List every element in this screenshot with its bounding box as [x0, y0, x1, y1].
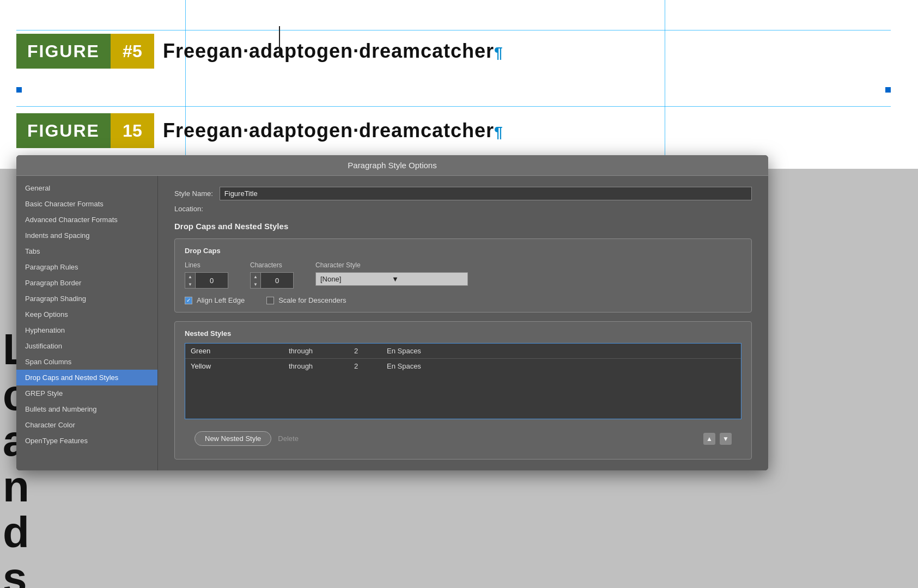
chevron-down-icon: ▼ [392, 275, 463, 283]
sidebar-item-para-rules[interactable]: Paragraph Rules [16, 259, 157, 275]
figure-text-1: Freegan·adaptogen·dreamcatcher¶ [163, 40, 503, 63]
ns-num-0: 2 [354, 347, 387, 355]
canvas-area: FIGURE #5 Freegan·adaptogen·dreamcatcher… [0, 0, 918, 169]
delete-button[interactable]: Delete [278, 434, 299, 443]
drop-caps-title: Drop Caps [185, 247, 741, 255]
sidebar-item-bullets[interactable]: Bullets and Numbering [16, 401, 157, 417]
scale-descenders-checkbox[interactable]: Scale for Descenders [266, 296, 346, 304]
char-style-value: [None] [320, 275, 392, 283]
align-left-edge-label: Align Left Edge [197, 296, 245, 304]
characters-value: 0 [261, 275, 293, 286]
style-name-input[interactable] [220, 187, 752, 200]
figure-label-2: FIGURE 15 [16, 113, 154, 148]
location-label: Location: [174, 205, 203, 213]
char-style-label: Character Style [315, 261, 468, 269]
sidebar-item-basic-char[interactable]: Basic Character Formats [16, 196, 157, 212]
figure-text-2: Freegan·adaptogen·dreamcatcher¶ [163, 119, 503, 142]
sidebar: General Basic Character Formats Advanced… [16, 176, 158, 470]
sidebar-item-char-color[interactable]: Character Color [16, 417, 157, 433]
char-style-dropdown[interactable]: [None] ▼ [315, 272, 468, 286]
sidebar-item-hyphenation[interactable]: Hyphenation [16, 322, 157, 338]
sidebar-item-grep[interactable]: GREP Style [16, 385, 157, 401]
chars-down-arrow[interactable]: ▼ [251, 280, 260, 288]
dialog-title-bar: Paragraph Style Options [16, 155, 768, 176]
figure-number-1: #5 [111, 34, 154, 69]
ns-type-0: En Spaces [387, 347, 735, 355]
dialog-body: General Basic Character Formats Advanced… [16, 176, 768, 470]
ns-row-0[interactable]: Green through 2 En Spaces [185, 344, 741, 359]
lines-field-group: Lines ▲ ▼ 0 [185, 261, 228, 289]
sidebar-item-keep-options[interactable]: Keep Options [16, 307, 157, 322]
guide-line-h2 [16, 106, 891, 107]
section-heading: Drop Caps and Nested Styles [174, 222, 752, 231]
blue-handle-1 [16, 87, 22, 93]
ns-name-1: Yellow [191, 362, 289, 370]
characters-label: Characters [250, 261, 294, 269]
sidebar-item-justification[interactable]: Justification [16, 338, 157, 354]
ns-through-0: through [289, 347, 354, 355]
bottom-bar: New Nested Style Delete ▲ ▼ [185, 426, 741, 451]
chars-spinner-arrows[interactable]: ▲ ▼ [251, 273, 261, 288]
ns-name-0: Green [191, 347, 289, 355]
figure-number-2: 15 [111, 113, 154, 148]
style-name-label: Style Name: [174, 189, 213, 198]
ns-type-1: En Spaces [387, 362, 735, 370]
lines-value: 0 [196, 275, 228, 286]
sidebar-item-advanced-char[interactable]: Advanced Character Formats [16, 212, 157, 228]
drop-caps-fields: Lines ▲ ▼ 0 Characters [185, 261, 741, 289]
sidebar-item-para-shading[interactable]: Paragraph Shading [16, 291, 157, 307]
sidebar-item-span-columns[interactable]: Span Columns [16, 354, 157, 370]
figure-row-1: FIGURE #5 Freegan·adaptogen·dreamcatcher… [16, 34, 503, 69]
align-left-edge-checkbox[interactable]: Align Left Edge [185, 296, 245, 304]
nested-styles-title: Nested Styles [185, 329, 741, 338]
figure-label-1: FIGURE #5 [16, 34, 154, 69]
sort-up-arrow[interactable]: ▲ [703, 433, 715, 445]
guide-line-h1 [16, 30, 891, 30]
drop-caps-box: Drop Caps Lines ▲ ▼ 0 [174, 238, 752, 313]
checkbox-row: Align Left Edge Scale for Descenders [185, 296, 741, 304]
sidebar-item-general[interactable]: General [16, 180, 157, 196]
sidebar-item-para-border[interactable]: Paragraph Border [16, 275, 157, 291]
ns-through-1: through [289, 362, 354, 370]
figure-green-1: FIGURE [16, 34, 111, 69]
blue-handle-2 [885, 87, 891, 93]
new-nested-style-button[interactable]: New Nested Style [194, 431, 271, 446]
nested-styles-box: Nested Styles Green through 2 En Spaces … [174, 321, 752, 460]
location-row: Location: [174, 205, 752, 213]
ns-row-1[interactable]: Yellow through 2 En Spaces [185, 359, 741, 373]
sidebar-item-indents[interactable]: Indents and Spacing [16, 228, 157, 243]
scale-descenders-label: Scale for Descenders [278, 296, 346, 304]
nested-styles-table[interactable]: Green through 2 En Spaces Yellow through… [185, 343, 741, 419]
lines-spinner-arrows[interactable]: ▲ ▼ [185, 273, 196, 288]
scale-descenders-box[interactable] [266, 297, 274, 304]
dialog-title: Paragraph Style Options [348, 161, 436, 170]
chars-up-arrow[interactable]: ▲ [251, 273, 260, 280]
char-style-field: Character Style [None] ▼ [315, 261, 468, 286]
sidebar-item-tabs[interactable]: Tabs [16, 243, 157, 259]
sidebar-item-drop-caps[interactable]: Drop Caps and Nested Styles [16, 370, 157, 385]
text-cursor [279, 26, 280, 56]
lines-spinner[interactable]: ▲ ▼ 0 [185, 272, 228, 289]
lines-down-arrow[interactable]: ▼ [185, 280, 195, 288]
ns-num-1: 2 [354, 362, 387, 370]
guide-line-v2 [665, 0, 665, 169]
lines-up-arrow[interactable]: ▲ [185, 273, 195, 280]
align-left-edge-box[interactable] [185, 297, 192, 304]
main-panel: Style Name: Location: Drop Caps and Nest… [158, 176, 768, 470]
sidebar-item-opentype[interactable]: OpenType Features [16, 433, 157, 449]
characters-field-group: Characters ▲ ▼ 0 [250, 261, 294, 289]
style-name-row: Style Name: [174, 187, 752, 200]
paragraph-style-dialog: Paragraph Style Options General Basic Ch… [16, 155, 768, 470]
characters-spinner[interactable]: ▲ ▼ 0 [250, 272, 294, 289]
figure-row-2: FIGURE 15 Freegan·adaptogen·dreamcatcher… [16, 113, 503, 148]
figure-green-2: FIGURE [16, 113, 111, 148]
sort-down-arrow[interactable]: ▼ [720, 433, 732, 445]
lines-label: Lines [185, 261, 228, 269]
sort-arrows: ▲ ▼ [703, 433, 732, 445]
